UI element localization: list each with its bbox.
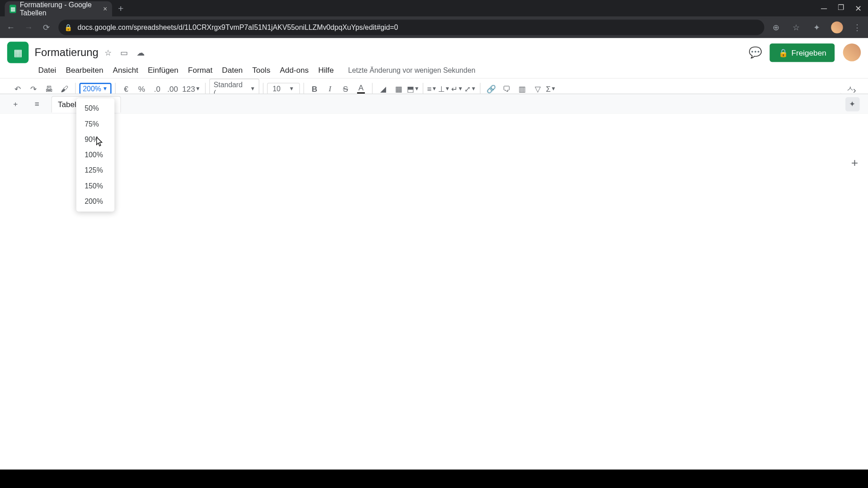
menu-addons[interactable]: Add-ons — [276, 64, 312, 75]
extensions-icon[interactable]: ✦ — [811, 23, 822, 32]
window-maximize-icon[interactable]: ❐ — [838, 4, 844, 13]
url-text: docs.google.com/spreadsheets/d/1L0CRXrgx… — [77, 23, 398, 31]
add-sheet-icon[interactable]: + — [8, 97, 23, 111]
forward-icon[interactable]: → — [23, 23, 34, 32]
menu-tools[interactable]: Tools — [249, 64, 274, 75]
menu-format[interactable]: Format — [184, 64, 216, 75]
sheets-favicon: ▦ — [9, 5, 16, 13]
zoom-dropdown: 50% 75% 90% 100% 125% 150% 200% — [76, 99, 114, 212]
account-avatar[interactable] — [843, 43, 861, 61]
zoom-option-150[interactable]: 150% — [76, 178, 114, 193]
menu-icon[interactable]: ⋮ — [851, 23, 863, 32]
chevron-down-icon: ▼ — [102, 86, 108, 92]
bookmark-icon[interactable]: ☆ — [791, 23, 802, 32]
browser-tabstrip: ▦ Formatierung - Google Tabellen × + ─ ❐… — [0, 0, 868, 17]
zoom-option-125[interactable]: 125% — [76, 163, 114, 178]
menu-einfuegen[interactable]: Einfügen — [144, 64, 182, 75]
zoom-option-75[interactable]: 75% — [76, 116, 114, 131]
zoom-option-100[interactable]: 100% — [76, 147, 114, 163]
window-minimize-icon[interactable]: ─ — [821, 4, 827, 13]
address-bar[interactable]: 🔒 docs.google.com/spreadsheets/d/1L0CRXr… — [58, 20, 764, 35]
move-icon[interactable]: ▭ — [120, 47, 128, 57]
browser-toolbar: ← → ⟳ 🔒 docs.google.com/spreadsheets/d/1… — [0, 17, 868, 38]
lock-icon: 🔒 — [778, 48, 788, 57]
explore-icon[interactable]: ✦ — [845, 97, 860, 111]
menu-bar: Datei Bearbeiten Ansicht Einfügen Format… — [0, 63, 868, 78]
document-title[interactable]: Formatierung — [34, 46, 98, 59]
browser-tab[interactable]: ▦ Formatierung - Google Tabellen × — [5, 1, 112, 17]
menu-datei[interactable]: Datei — [34, 64, 60, 75]
last-edit-text[interactable]: Letzte Änderung vor wenigen Sekunden — [344, 65, 479, 75]
reload-icon[interactable]: ⟳ — [41, 23, 52, 32]
app-header: ▦ Formatierung ☆ ▭ ☁ 💬 🔒 Freigeben — [0, 38, 868, 63]
zoom-option-90[interactable]: 90% — [76, 131, 114, 147]
all-sheets-icon[interactable]: ≡ — [30, 97, 44, 111]
menu-bearbeiten[interactable]: Bearbeiten — [62, 64, 107, 75]
lock-icon: 🔒 — [64, 23, 72, 31]
share-button[interactable]: 🔒 Freigeben — [770, 43, 835, 62]
back-icon[interactable]: ← — [5, 23, 17, 32]
window-close-icon[interactable]: ✕ — [855, 4, 862, 13]
share-label: Freigeben — [792, 48, 826, 57]
zoom-option-50[interactable]: 50% — [76, 101, 114, 116]
sheet-tab-bar: + ≡ Tabellenblatt1 ▼ ✦ — [0, 94, 868, 114]
profile-avatar[interactable] — [831, 21, 843, 33]
menu-daten[interactable]: Daten — [218, 64, 246, 75]
comment-icon[interactable]: 💬 — [749, 46, 762, 59]
new-tab-button[interactable]: + — [118, 4, 123, 14]
zoom-selector[interactable]: 200% ▼ — [79, 83, 111, 94]
zoom-option-200[interactable]: 200% — [76, 194, 114, 209]
star-icon[interactable]: ☆ — [104, 47, 112, 57]
zoom-lens-icon[interactable]: ⊕ — [770, 23, 782, 32]
menu-hilfe[interactable]: Hilfe — [315, 64, 337, 75]
add-addon-icon[interactable]: + — [851, 156, 858, 169]
zoom-value: 200% — [83, 84, 101, 93]
sheets-logo[interactable]: ▦ — [7, 42, 28, 63]
font-size-selector[interactable]: 10▼ — [267, 83, 300, 94]
close-icon[interactable]: × — [103, 5, 107, 13]
menu-ansicht[interactable]: Ansicht — [109, 64, 142, 75]
cloud-icon[interactable]: ☁ — [137, 47, 145, 57]
tab-title: Formatierung - Google Tabellen — [20, 0, 100, 17]
